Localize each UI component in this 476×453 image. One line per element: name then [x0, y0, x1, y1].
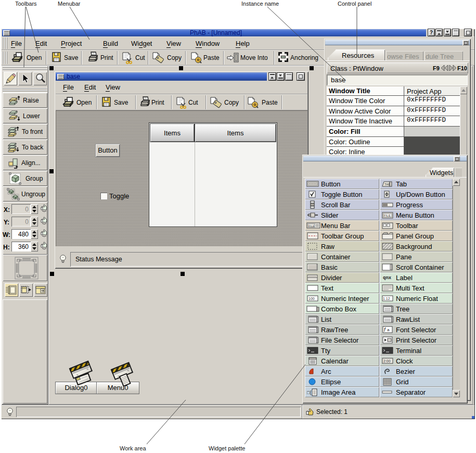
svg-text:FILE: FILE — [308, 224, 315, 228]
svg-text:□{: □{ — [307, 390, 311, 395]
svg-text:qnx: qnx — [383, 275, 392, 281]
svg-text:FILE: FILE — [384, 214, 391, 217]
svg-text:a: a — [387, 328, 390, 332]
svg-text:1.12: 1.12 — [383, 297, 390, 300]
svg-text:100: 100 — [308, 297, 315, 300]
svg-text:2:00: 2:00 — [383, 359, 391, 363]
